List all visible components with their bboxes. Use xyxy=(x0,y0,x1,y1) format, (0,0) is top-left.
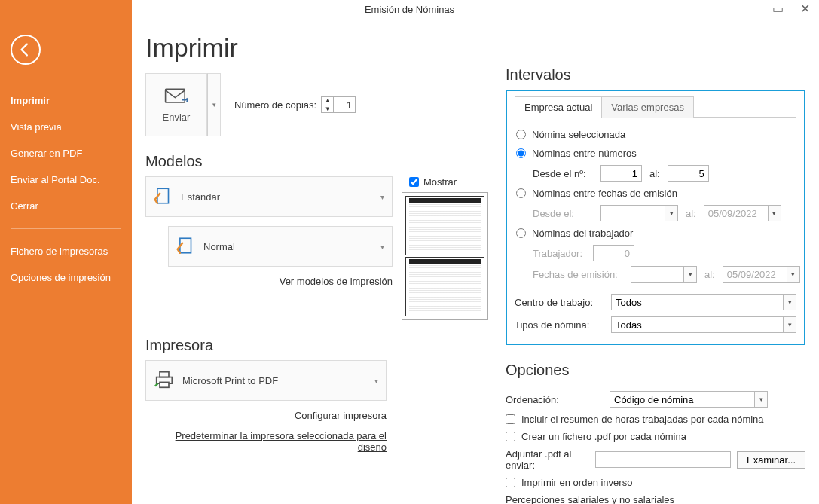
sidebar-item-cerrar[interactable]: Cerrar xyxy=(0,193,132,219)
sidebar-item-imprimir[interactable]: Imprimir xyxy=(0,87,132,114)
radio-label: Nómina seleccionada xyxy=(532,129,625,140)
chk-resumen-row[interactable]: Incluir el resumen de horas trabajadas p… xyxy=(506,411,805,428)
worker-label: Trabajador: xyxy=(533,248,585,259)
adj-input[interactable] xyxy=(595,451,731,468)
worker-dates-label: Fechas de emisión: xyxy=(533,269,623,280)
spinner-down[interactable]: ▼ xyxy=(322,105,333,113)
radio-label: Nóminas del trabajador xyxy=(532,228,633,239)
model-standard[interactable]: Estándar ▾ xyxy=(145,176,393,217)
models-link[interactable]: Ver modelos de impresión xyxy=(280,276,393,287)
from-number-label: Desde el nº: xyxy=(533,168,593,179)
show-checkbox[interactable] xyxy=(409,177,419,187)
send-button-label: Enviar xyxy=(163,111,191,123)
tab-varias-empresas[interactable]: Varias empresas xyxy=(601,96,694,118)
to-number-input[interactable] xyxy=(668,165,709,182)
chevron-down-icon[interactable]: ▾ xyxy=(783,294,796,310)
chk-pdf-label: Crear un fichero .pdf por cada nómina xyxy=(521,431,686,442)
sidebar: Imprimir Vista previa Generar en PDF Env… xyxy=(0,0,132,504)
document-icon xyxy=(154,186,173,208)
svg-rect-4 xyxy=(160,371,169,377)
to-label: al: xyxy=(686,208,696,219)
maximize-button[interactable]: ▭ xyxy=(769,2,787,16)
chk-inverso[interactable] xyxy=(506,478,515,487)
printer-name: Microsoft Print to PDF xyxy=(182,375,374,386)
from-date-label: Desde el: xyxy=(533,208,593,219)
radio-nomina-seleccionada[interactable] xyxy=(516,130,526,139)
send-dropdown-button[interactable]: ▾ xyxy=(207,73,221,136)
printer-heading: Impresora xyxy=(145,337,488,354)
chevron-down-icon[interactable]: ▾ xyxy=(754,391,768,408)
to-label: al: xyxy=(704,269,715,280)
worker-to-date-dropdown[interactable]: ▾ xyxy=(787,266,800,283)
worker-to-date-input[interactable] xyxy=(723,266,787,283)
page-title: Imprimir xyxy=(145,33,488,63)
document-icon xyxy=(176,236,196,258)
from-date-dropdown[interactable]: ▾ xyxy=(665,205,678,221)
orden-label: Ordenación: xyxy=(506,394,604,405)
printer-icon xyxy=(154,371,175,391)
chevron-down-icon: ▾ xyxy=(380,243,384,251)
browse-button[interactable]: Examinar... xyxy=(737,451,805,469)
radio-nominas-trabajador[interactable] xyxy=(516,228,526,238)
radio-nominas-numeros[interactable] xyxy=(516,148,526,158)
main: Imprimir Enviar ▾ Número de copias: xyxy=(132,24,819,504)
send-row: Enviar ▾ Número de copias: ▲ ▼ xyxy=(145,73,488,136)
worker-input[interactable] xyxy=(593,245,634,261)
sidebar-item-enviar-portal[interactable]: Enviar al Portal Doc. xyxy=(0,166,132,193)
model-normal-label: Normal xyxy=(203,241,380,252)
centro-label: Centro de trabajo: xyxy=(515,297,605,308)
options-heading: Opciones xyxy=(506,362,805,379)
chevron-down-icon: ▾ xyxy=(374,377,378,385)
send-button[interactable]: Enviar xyxy=(145,73,207,136)
chk-pdf[interactable] xyxy=(506,432,515,441)
radio-label: Nóminas entre fechas de emisión xyxy=(532,188,677,199)
tipos-label: Tipos de nómina: xyxy=(515,319,605,331)
back-button[interactable] xyxy=(11,35,41,65)
predetermine-printer-link[interactable]: Predeterminar la impresora seleccionada … xyxy=(176,430,387,453)
sidebar-item-vista-previa[interactable]: Vista previa xyxy=(0,114,132,140)
model-standard-label: Estándar xyxy=(181,191,380,203)
radio-label: Nóminas entre números xyxy=(532,148,637,159)
chk-resumen[interactable] xyxy=(506,414,515,424)
to-label: al: xyxy=(649,168,660,179)
from-date-input[interactable] xyxy=(600,205,665,221)
chevron-down-icon[interactable]: ▾ xyxy=(783,316,796,333)
orden-value[interactable] xyxy=(610,391,754,408)
to-date-dropdown[interactable]: ▾ xyxy=(768,205,781,221)
sidebar-item-fichero-impresoras[interactable]: Fichero de impresoras xyxy=(0,238,132,264)
models-heading: Modelos xyxy=(145,153,488,170)
svg-rect-0 xyxy=(166,89,185,102)
svg-rect-5 xyxy=(160,382,169,387)
preview-thumbnail[interactable] xyxy=(402,192,488,320)
centro-combo[interactable]: ▾ xyxy=(611,294,796,310)
chk-inverso-label: Imprimir en orden inverso xyxy=(521,477,632,488)
close-button[interactable]: ✕ xyxy=(797,2,813,16)
chk-resumen-label: Incluir el resumen de horas trabajadas p… xyxy=(521,414,764,425)
percepciones-link[interactable]: Percepciones salariales y no salariales xyxy=(506,494,674,504)
orden-combo[interactable]: ▾ xyxy=(610,391,768,408)
spinner-up[interactable]: ▲ xyxy=(322,97,333,105)
window-title: Emisión de Nóminas xyxy=(365,4,454,15)
chk-inverso-row[interactable]: Imprimir en orden inverso xyxy=(506,474,805,491)
configure-printer-link[interactable]: Configurar impresora xyxy=(295,410,387,421)
to-date-input[interactable] xyxy=(704,205,768,221)
show-label: Mostrar xyxy=(423,176,457,188)
worker-from-date-dropdown[interactable]: ▾ xyxy=(683,266,697,283)
chk-pdf-row[interactable]: Crear un fichero .pdf por cada nómina xyxy=(506,428,805,445)
centro-value[interactable] xyxy=(611,294,783,310)
worker-from-date-input[interactable] xyxy=(631,266,683,283)
show-checkbox-row[interactable]: Mostrar xyxy=(409,176,488,188)
sidebar-item-generar-pdf[interactable]: Generar en PDF xyxy=(0,140,132,166)
sidebar-item-opciones-impresion[interactable]: Opciones de impresión xyxy=(0,264,132,291)
copies-input[interactable] xyxy=(334,97,355,112)
printer-select[interactable]: Microsoft Print to PDF ▾ xyxy=(145,360,387,401)
model-normal[interactable]: Normal ▾ xyxy=(168,226,393,267)
tipos-value[interactable] xyxy=(611,316,783,333)
radio-nominas-fechas[interactable] xyxy=(516,188,526,198)
from-number-input[interactable] xyxy=(600,165,642,182)
preview-page-1 xyxy=(405,196,484,255)
sidebar-separator xyxy=(11,228,121,229)
copies-spinner[interactable]: ▲ ▼ xyxy=(321,96,356,113)
tab-empresa-actual[interactable]: Empresa actual xyxy=(515,96,602,118)
tipos-combo[interactable]: ▾ xyxy=(611,316,796,333)
